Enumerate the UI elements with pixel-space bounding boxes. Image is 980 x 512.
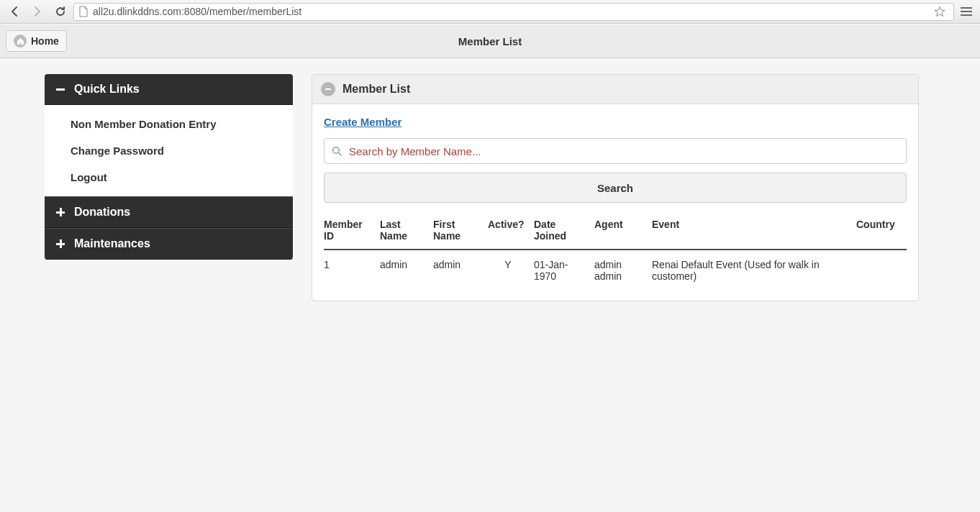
svg-line-10 [338,152,341,155]
cell-agent: admin admin [594,250,652,288]
home-icon [14,35,27,47]
collapse-icon[interactable] [321,82,335,96]
sidebar-donations-label: Donations [74,206,130,219]
forward-button[interactable] [27,2,47,21]
home-label: Home [31,35,59,47]
col-agent: Agent [594,213,652,250]
cell-active: Y [488,250,534,288]
cell-country [856,250,907,288]
plus-icon [55,239,65,250]
panel-title: Member List [342,83,410,96]
url-text: all2u.dlinkddns.com:8080/member/memberLi… [93,6,926,17]
sidebar-quick-links-body: Non Member Donation Entry Change Passwor… [45,105,293,196]
home-button[interactable]: Home [6,30,67,52]
col-active: Active? [488,213,534,250]
sidebar-donations-header[interactable]: Donations [45,196,293,228]
panel-header: Member List [312,75,918,104]
url-bar[interactable]: all2u.dlinkddns.com:8080/member/memberLi… [73,3,954,21]
bookmark-star-icon[interactable] [930,2,949,21]
col-first-name: First Name [433,213,488,250]
svg-rect-8 [325,88,331,90]
create-member-link[interactable]: Create Member [324,116,401,128]
svg-rect-3 [56,88,65,91]
app-topbar: Home Member List [0,24,980,58]
search-button[interactable]: Search [324,173,907,203]
search-icon [332,146,342,156]
sidebar-item-change-password[interactable]: Change Password [45,137,293,164]
panel-body: Create Member Search Member ID Last Name… [312,104,918,301]
search-input-wrap [324,138,907,164]
member-table: Member ID Last Name First Name Active? D… [324,213,907,288]
sidebar-maintenances-label: Maintenances [74,237,150,250]
col-event: Event [652,213,856,250]
sidebar-item-non-member-donation[interactable]: Non Member Donation Entry [45,111,293,137]
cell-first-name: admin [433,250,488,288]
sidebar: Quick Links Non Member Donation Entry Ch… [45,74,293,260]
cell-last-name: admin [380,250,433,288]
sidebar-quick-links-header[interactable]: Quick Links [45,74,293,105]
page-icon [78,6,89,17]
plus-icon [55,207,65,218]
svg-rect-2 [961,14,972,16]
col-member-id: Member ID [324,213,380,250]
svg-rect-7 [60,239,62,248]
sidebar-maintenances-header[interactable]: Maintenances [45,228,293,260]
search-input[interactable] [349,145,899,157]
reload-button[interactable] [50,2,71,21]
col-last-name: Last Name [380,213,433,250]
cell-member-id: 1 [324,250,380,288]
minus-icon [55,84,65,95]
cell-date-joined: 01-Jan-1970 [534,250,594,288]
table-row[interactable]: 1 admin admin Y 01-Jan-1970 admin admin … [324,250,907,288]
svg-rect-1 [961,11,972,12]
member-list-panel: Member List Create Member Search Member … [312,74,919,301]
sidebar-quick-links-label: Quick Links [74,83,140,96]
table-header-row: Member ID Last Name First Name Active? D… [324,213,907,250]
back-button[interactable] [4,2,24,21]
sidebar-item-logout[interactable]: Logout [45,164,293,191]
col-country: Country [856,213,907,250]
col-date-joined: Date Joined [534,213,594,250]
browser-menu-button[interactable] [957,2,976,21]
page-title: Member List [0,35,980,47]
browser-toolbar: all2u.dlinkddns.com:8080/member/memberLi… [0,0,980,24]
svg-rect-5 [60,208,62,216]
svg-rect-0 [961,7,972,9]
cell-event: Renai Default Event (Used for walk in cu… [652,250,856,288]
